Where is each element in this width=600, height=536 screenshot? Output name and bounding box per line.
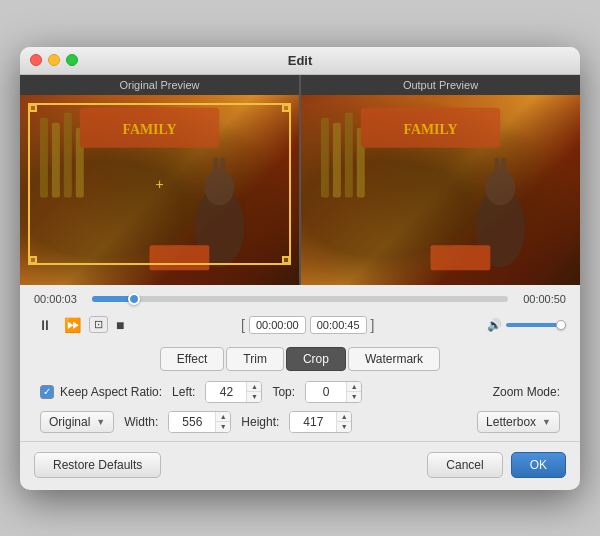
original-scene-svg: FAMILY bbox=[20, 95, 299, 285]
forward-button[interactable]: ⏩ bbox=[60, 315, 85, 335]
left-label: Left: bbox=[172, 385, 195, 399]
svg-rect-12 bbox=[321, 117, 329, 197]
trim-bracket-open: [ bbox=[241, 317, 245, 333]
svg-text:FAMILY: FAMILY bbox=[122, 121, 176, 136]
pause-button[interactable]: ⏸ bbox=[34, 315, 56, 335]
crop-row-2: Original ▼ Width: ▲ ▼ Height: ▲ ▼ bbox=[40, 411, 560, 433]
top-up-arrow[interactable]: ▲ bbox=[347, 382, 361, 392]
output-preview-image: FAMILY bbox=[301, 95, 580, 285]
svg-point-7 bbox=[204, 169, 234, 205]
letterbox-dropdown-arrow: ▼ bbox=[542, 417, 551, 427]
timeline-track[interactable] bbox=[92, 296, 508, 302]
width-input[interactable] bbox=[169, 412, 215, 432]
volume-icon: 🔊 bbox=[487, 318, 502, 332]
top-input[interactable] bbox=[306, 382, 346, 402]
crop-row-1: ✓ Keep Aspect Ratio: Left: ▲ ▼ Top: ▲ bbox=[40, 381, 560, 403]
close-button[interactable] bbox=[30, 54, 42, 66]
titlebar: Edit bbox=[20, 47, 580, 75]
playback-buttons: ⏸ ⏩ ⊡ ■ bbox=[34, 315, 128, 335]
tab-watermark[interactable]: Watermark bbox=[348, 347, 440, 371]
height-arrows: ▲ ▼ bbox=[336, 412, 351, 432]
svg-rect-14 bbox=[345, 112, 353, 197]
svg-text:FAMILY: FAMILY bbox=[403, 121, 457, 136]
trim-range: [ 00:00:00 00:00:45 ] bbox=[241, 316, 374, 334]
width-up-arrow[interactable]: ▲ bbox=[216, 412, 230, 422]
timeline-thumb[interactable] bbox=[128, 293, 140, 305]
stop-button[interactable]: ■ bbox=[112, 315, 128, 335]
svg-rect-11 bbox=[150, 245, 210, 270]
width-spinner[interactable]: ▲ ▼ bbox=[168, 411, 231, 433]
tab-crop[interactable]: Crop bbox=[286, 347, 346, 371]
height-down-arrow[interactable]: ▼ bbox=[337, 422, 351, 432]
svg-point-19 bbox=[485, 169, 515, 205]
left-input[interactable] bbox=[206, 382, 246, 402]
edit-window: Edit Original Preview FAMILY bbox=[20, 47, 580, 490]
svg-rect-9 bbox=[220, 157, 225, 182]
original-dropdown-label: Original bbox=[49, 415, 90, 429]
height-label: Height: bbox=[241, 415, 279, 429]
traffic-lights bbox=[30, 54, 78, 66]
svg-rect-23 bbox=[431, 245, 491, 270]
volume-slider[interactable] bbox=[506, 323, 566, 327]
zoom-mode-label: Zoom Mode: bbox=[493, 385, 560, 399]
original-preview-panel: Original Preview FAMILY bbox=[20, 75, 299, 285]
original-preview-label: Original Preview bbox=[20, 75, 299, 95]
volume-row: 🔊 bbox=[487, 318, 566, 332]
svg-rect-8 bbox=[213, 157, 218, 182]
volume-thumb[interactable] bbox=[556, 320, 566, 330]
keep-aspect-ratio-checkbox[interactable]: ✓ bbox=[40, 385, 54, 399]
original-dropdown-arrow: ▼ bbox=[96, 417, 105, 427]
left-spinner[interactable]: ▲ ▼ bbox=[205, 381, 262, 403]
top-down-arrow[interactable]: ▼ bbox=[347, 392, 361, 402]
output-scene-svg: FAMILY bbox=[301, 95, 580, 285]
width-down-arrow[interactable]: ▼ bbox=[216, 422, 230, 432]
top-spinner[interactable]: ▲ ▼ bbox=[305, 381, 362, 403]
width-arrows: ▲ ▼ bbox=[215, 412, 230, 432]
svg-rect-0 bbox=[40, 117, 48, 197]
trim-end-time[interactable]: 00:00:45 bbox=[310, 316, 367, 334]
crop-form: ✓ Keep Aspect Ratio: Left: ▲ ▼ Top: ▲ bbox=[34, 381, 566, 433]
top-label: Top: bbox=[272, 385, 295, 399]
cancel-button[interactable]: Cancel bbox=[427, 452, 502, 478]
left-arrows: ▲ ▼ bbox=[246, 382, 261, 402]
controls-area: 00:00:03 00:00:50 ⏸ ⏩ ⊡ ■ [ 00:00:00 00:… bbox=[20, 285, 580, 433]
restore-defaults-button[interactable]: Restore Defaults bbox=[34, 452, 161, 478]
height-input[interactable] bbox=[290, 412, 336, 432]
right-buttons: Cancel OK bbox=[427, 452, 566, 478]
window-title: Edit bbox=[288, 53, 313, 68]
output-preview-label: Output Preview bbox=[301, 75, 580, 95]
svg-rect-20 bbox=[494, 157, 499, 182]
left-up-arrow[interactable]: ▲ bbox=[247, 382, 261, 392]
left-down-arrow[interactable]: ▼ bbox=[247, 392, 261, 402]
svg-rect-2 bbox=[64, 112, 72, 197]
timeline-row: 00:00:03 00:00:50 bbox=[34, 293, 566, 305]
trim-start-time[interactable]: 00:00:00 bbox=[249, 316, 306, 334]
timeline-start-time: 00:00:03 bbox=[34, 293, 84, 305]
keep-aspect-ratio-label: Keep Aspect Ratio: bbox=[60, 385, 162, 399]
height-up-arrow[interactable]: ▲ bbox=[337, 412, 351, 422]
tab-trim[interactable]: Trim bbox=[226, 347, 284, 371]
width-label: Width: bbox=[124, 415, 158, 429]
svg-rect-13 bbox=[333, 122, 341, 197]
tab-bar: Effect Trim Crop Watermark bbox=[34, 347, 566, 371]
timeline-end-time: 00:00:50 bbox=[516, 293, 566, 305]
step-button[interactable]: ⊡ bbox=[89, 316, 108, 333]
preview-area: Original Preview FAMILY bbox=[20, 75, 580, 285]
keep-aspect-ratio-wrapper: ✓ Keep Aspect Ratio: bbox=[40, 385, 162, 399]
maximize-button[interactable] bbox=[66, 54, 78, 66]
tab-effect[interactable]: Effect bbox=[160, 347, 224, 371]
svg-rect-1 bbox=[52, 122, 60, 197]
minimize-button[interactable] bbox=[48, 54, 60, 66]
bottom-row: Restore Defaults Cancel OK bbox=[20, 441, 580, 490]
ok-button[interactable]: OK bbox=[511, 452, 566, 478]
letterbox-dropdown-label: Letterbox bbox=[486, 415, 536, 429]
output-preview-panel: Output Preview FAMILY bbox=[301, 75, 580, 285]
top-arrows: ▲ ▼ bbox=[346, 382, 361, 402]
trim-bracket-close: ] bbox=[371, 317, 375, 333]
original-dropdown[interactable]: Original ▼ bbox=[40, 411, 114, 433]
letterbox-dropdown[interactable]: Letterbox ▼ bbox=[477, 411, 560, 433]
playback-row: ⏸ ⏩ ⊡ ■ [ 00:00:00 00:00:45 ] 🔊 bbox=[34, 311, 566, 339]
original-preview-image: FAMILY + bbox=[20, 95, 299, 285]
svg-rect-21 bbox=[501, 157, 506, 182]
height-spinner[interactable]: ▲ ▼ bbox=[289, 411, 352, 433]
